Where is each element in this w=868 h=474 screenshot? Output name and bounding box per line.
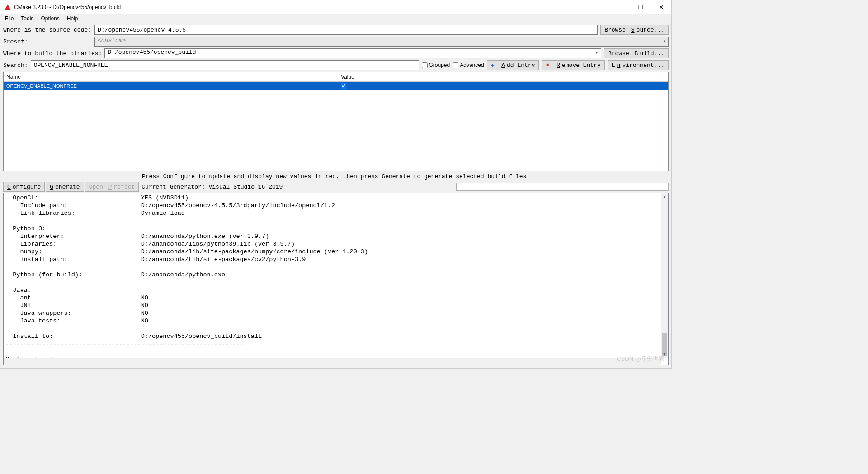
plus-icon: ✚ bbox=[491, 62, 495, 69]
form-area: Where is the source code: Browse Source.… bbox=[0, 23, 671, 60]
svg-marker-0 bbox=[5, 5, 10, 10]
open-project-button[interactable]: Open Project bbox=[85, 182, 139, 192]
table-header: Name Value bbox=[4, 72, 668, 82]
generate-button[interactable]: Generate bbox=[46, 182, 84, 192]
option-checkbox[interactable] bbox=[341, 83, 346, 89]
minimize-button[interactable]: ― bbox=[613, 3, 626, 12]
window-title: CMake 3.23.0 - D:/Opencv455/opencv_build bbox=[14, 4, 613, 10]
cell-name: OPENCV_ENABLE_NONFREE bbox=[4, 83, 338, 89]
progress-bar bbox=[456, 183, 669, 191]
menu-tools[interactable]: Tools bbox=[18, 14, 36, 23]
action-row: Configure Generate Open Project Current … bbox=[0, 182, 671, 193]
menubar: File Tools Options Help bbox=[0, 14, 671, 23]
grouped-checkbox[interactable]: Grouped bbox=[422, 62, 450, 68]
add-entry-button[interactable]: ✚ Add Entry bbox=[487, 60, 539, 70]
preset-select[interactable]: <custom> bbox=[94, 37, 669, 47]
options-table: Name Value OPENCV_ENABLE_NONFREE bbox=[3, 72, 669, 171]
vertical-scrollbar[interactable]: ▲ ▼ bbox=[661, 193, 668, 358]
table-row[interactable]: OPENCV_ENABLE_NONFREE bbox=[4, 82, 668, 90]
app-icon bbox=[4, 4, 11, 11]
build-label: Where to build the binaries: bbox=[3, 50, 102, 57]
browse-build-button[interactable]: Browse Build... bbox=[604, 48, 669, 58]
search-row: Search: Grouped Advanced ✚ Add Entry ✖ R… bbox=[0, 60, 671, 72]
source-label: Where is the source code: bbox=[3, 27, 92, 33]
horizontal-scrollbar[interactable] bbox=[4, 358, 661, 365]
titlebar: CMake 3.23.0 - D:/Opencv455/opencv_build… bbox=[0, 0, 671, 14]
scroll-up-icon[interactable]: ▲ bbox=[661, 193, 668, 200]
output-area: OpenCL: YES (NVD3D11) Include path: D:/o… bbox=[3, 193, 669, 365]
configure-button[interactable]: Configure bbox=[3, 182, 45, 192]
hint-text: Press Configure to update and display ne… bbox=[0, 171, 671, 182]
maximize-button[interactable]: ❐ bbox=[634, 3, 647, 12]
menu-options[interactable]: Options bbox=[38, 14, 62, 23]
watermark: CSDN @乐安世家 bbox=[617, 355, 665, 363]
th-value[interactable]: Value bbox=[338, 72, 668, 81]
environment-button[interactable]: Environment... bbox=[608, 60, 669, 70]
cell-value bbox=[338, 83, 668, 89]
th-name[interactable]: Name bbox=[4, 72, 338, 81]
menu-file[interactable]: File bbox=[2, 14, 16, 23]
close-button[interactable]: ✕ bbox=[655, 3, 668, 12]
window-buttons: ― ❐ ✕ bbox=[613, 3, 668, 12]
preset-label: Preset: bbox=[3, 38, 92, 45]
search-input[interactable] bbox=[31, 60, 419, 70]
source-input[interactable] bbox=[94, 25, 598, 35]
generator-label: Current Generator: Visual Studio 16 2019 bbox=[142, 184, 283, 190]
browse-source-button[interactable]: Browse Source... bbox=[600, 25, 669, 35]
source-row: Where is the source code: Browse Source.… bbox=[3, 25, 669, 35]
search-label: Search: bbox=[3, 62, 28, 69]
table-body: OPENCV_ENABLE_NONFREE bbox=[4, 82, 668, 171]
output-text: OpenCL: YES (NVD3D11) Include path: D:/o… bbox=[4, 193, 668, 364]
main-window: CMake 3.23.0 - D:/Opencv455/opencv_build… bbox=[0, 0, 672, 369]
menu-help[interactable]: Help bbox=[64, 14, 81, 23]
build-row: Where to build the binaries: D:/opencv45… bbox=[3, 48, 669, 58]
build-input[interactable]: D:/opencv455/opencv_build bbox=[104, 48, 601, 58]
preset-row: Preset: <custom> bbox=[3, 37, 669, 47]
remove-entry-button[interactable]: ✖ Remove Entry bbox=[542, 60, 604, 70]
remove-icon: ✖ bbox=[546, 62, 549, 69]
advanced-checkbox[interactable]: Advanced bbox=[453, 62, 484, 68]
